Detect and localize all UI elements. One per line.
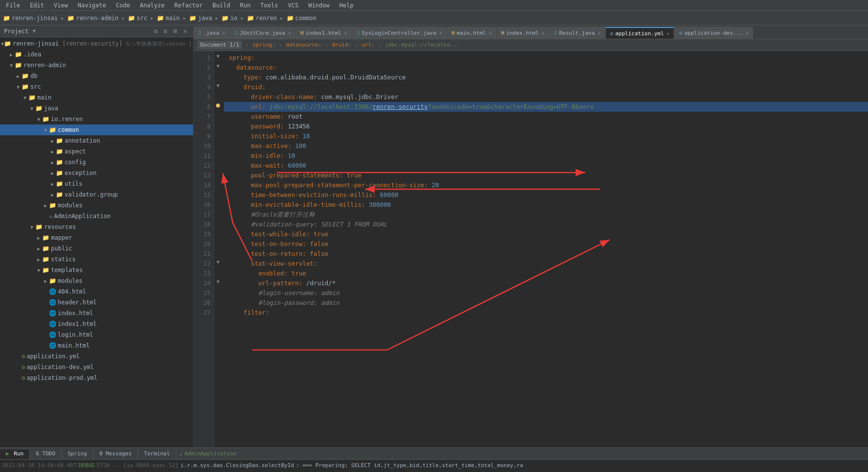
menu-file[interactable]: File — [4, 1, 22, 10]
menu-window[interactable]: Window — [306, 1, 331, 10]
menu-navigate[interactable]: Navigate — [76, 1, 108, 10]
tree-404[interactable]: 🌐 404.html — [0, 286, 193, 297]
tree-application-dev-yml[interactable]: ⚙ application-dev.yml — [0, 362, 193, 373]
breadcrumb-io[interactable]: 📁 io — [221, 15, 237, 22]
tree-index-html[interactable]: 🌐 index.html — [0, 308, 193, 319]
tab-syslogin[interactable]: J SysLoginController.java ✕ — [352, 27, 447, 39]
code-line-14: max-pool-prepared-statement-per-connecti… — [224, 180, 868, 190]
tree-login-html[interactable]: 🌐 login.html — [0, 329, 193, 340]
close-tab-application-yml[interactable]: ✕ — [667, 31, 670, 36]
menu-analyze[interactable]: Analyze — [138, 1, 167, 10]
menu-code[interactable]: Code — [114, 1, 132, 10]
line-numbers: 1 2 3 4 5 6 7 8 9 10 11 12 13 14 15 16 1 — [193, 51, 214, 447]
close-panel-icon[interactable]: ✕ — [181, 27, 189, 35]
close-tab-application-dev[interactable]: ✕ — [746, 30, 748, 36]
menu-run[interactable]: Run — [238, 1, 253, 10]
tree-application-prod-yml[interactable]: ⚙ application-prod.yml — [0, 373, 193, 383]
menu-refactor[interactable]: Refactor — [172, 1, 205, 10]
close-tab-result[interactable]: ✕ — [598, 30, 601, 36]
tab-application-dev[interactable]: ⚙ application-dev... ✕ — [675, 27, 753, 39]
code-line-7: username: root — [224, 112, 868, 122]
tree-io-renren[interactable]: ▼ 📁 io.renren — [0, 114, 193, 124]
code-line-24: url-pattern: /druid/* — [224, 278, 868, 288]
code-line-3: type: com.alibaba.druid.pool.DruidDataSo… — [224, 73, 868, 82]
bottom-tab-todo[interactable]: 6 TODO — [30, 449, 62, 459]
code-line-21: test-on-return: false — [224, 249, 868, 259]
tree-statics[interactable]: ▶ 📁 statics — [0, 254, 193, 265]
tree-modules-inner[interactable]: ▶ 📁 modules — [0, 200, 193, 211]
menu-view[interactable]: View — [52, 1, 70, 10]
tree-renren-admin[interactable]: ▼ 📁 renren-admin — [0, 60, 193, 71]
code-line-2: datasource: — [224, 63, 868, 73]
tree-config[interactable]: ▶ 📁 config — [0, 157, 193, 168]
tree-templates[interactable]: ▼ 📁 templates — [0, 265, 193, 275]
tabs-bar: J .java ✕ J JUnitCore.java ✕ H index1.ht… — [193, 25, 868, 39]
breadcrumb-common[interactable]: 📁 common — [287, 15, 316, 22]
tab-application-yml[interactable]: ⚙ application.yml ✕ — [605, 27, 674, 39]
menu-edit[interactable]: Edit — [28, 1, 46, 10]
tab-junit[interactable]: J JUnitCore.java ✕ — [230, 27, 295, 39]
breadcrumb-main[interactable]: 📁 main — [157, 15, 180, 22]
bottom-tab-spring[interactable]: Spring — [62, 449, 94, 459]
tab-index1[interactable]: H index1.html ✕ — [296, 27, 352, 39]
code-line-12: max-wait: 60000 — [224, 161, 868, 171]
breadcrumb-java[interactable]: 📁 java — [189, 15, 212, 22]
tree-validator-group[interactable]: ▶ 📁 validator.group — [0, 189, 193, 200]
tree-src[interactable]: ▼ 📁 src — [0, 81, 193, 92]
close-tab-main-html[interactable]: ✕ — [489, 30, 492, 36]
tree-templates-modules[interactable]: ▶ 📁 modules — [0, 275, 193, 286]
close-tab-index-html[interactable]: ✕ — [542, 30, 545, 36]
tree-idea[interactable]: ▶ 📁 .idea — [0, 49, 193, 60]
close-tab-junit[interactable]: ✕ — [288, 30, 291, 36]
close-tab-java[interactable]: ✕ — [222, 30, 225, 36]
tree-header-html[interactable]: 🌐 header.html — [0, 297, 193, 308]
code-line-18: #validation-query: SELECT 1 FROM DUAL — [224, 220, 868, 229]
menu-build[interactable]: Build — [211, 1, 232, 10]
code-line-16: min-evictable-idle-time-millis: 300000 — [224, 200, 868, 210]
sync-icon[interactable]: ⚙ — [152, 27, 160, 35]
tab-index-html[interactable]: H index.html ✕ — [497, 27, 549, 39]
tree-utils[interactable]: ▶ 📁 utils — [0, 178, 193, 189]
file-tree: ▼ 📁 renren-jinsai [renren-security] G:\李… — [0, 37, 193, 447]
tree-java[interactable]: ▼ 📁 java — [0, 103, 193, 114]
tree-root[interactable]: ▼ 📁 renren-jinsai [renren-security] G:\李… — [0, 38, 193, 49]
bottom-tab-run[interactable]: ▶ Run — [0, 449, 30, 459]
tree-aspect[interactable]: ▶ 📁 aspect — [0, 146, 193, 157]
close-tab-index1[interactable]: ✕ — [344, 30, 347, 36]
tree-main-html[interactable]: 🌐 main.html — [0, 340, 193, 351]
project-panel: Project ▼ ⚙ ≡ ⊞ ✕ ▼ 📁 renren-jinsai [ren… — [0, 25, 193, 447]
tree-exception[interactable]: ▶ 📁 exception — [0, 168, 193, 178]
tree-common[interactable]: ▼ 📁 common — [0, 124, 193, 135]
bottom-tab-messages[interactable]: 0 Messages — [94, 449, 138, 459]
breadcrumb-renren-jinsai[interactable]: 📁 renren-jinsai — [3, 15, 58, 22]
menu-help[interactable]: Help — [338, 1, 356, 10]
bottom-tabs: ▶ Run 6 TODO Spring 0 Messages Terminal … — [0, 448, 868, 460]
settings-icon[interactable]: ≡ — [162, 27, 169, 35]
tab-result[interactable]: J Result.java ✕ — [550, 27, 605, 39]
tree-db[interactable]: ▶ 📁 db — [0, 71, 193, 81]
tree-main[interactable]: ▼ 📁 main — [0, 92, 193, 103]
breadcrumb-renren-admin[interactable]: 📁 renren-admin — [67, 15, 119, 22]
tree-resources[interactable]: ▼ 📁 resources — [0, 222, 193, 232]
tree-application-yml[interactable]: ⚙ application.yml — [0, 351, 193, 362]
bottom-tab-terminal[interactable]: Terminal — [138, 449, 176, 459]
expand-icon[interactable]: ⊞ — [171, 27, 179, 35]
tree-public[interactable]: ▶ 📁 public — [0, 243, 193, 254]
breadcrumb-renren[interactable]: 📁 renren — [247, 15, 277, 22]
tree-index1-html[interactable]: 🌐 index1.html — [0, 319, 193, 329]
breadcrumb-src[interactable]: 📁 src — [128, 15, 147, 22]
toolbar: 📁 renren-jinsai ▸ 📁 renren-admin ▸ 📁 src… — [0, 11, 868, 25]
menu-vcs[interactable]: VCS — [286, 1, 301, 10]
menu-tools[interactable]: Tools — [259, 1, 280, 10]
tab-java[interactable]: J .java ✕ — [193, 27, 230, 39]
tree-admin-application[interactable]: ☕ AdminApplication — [0, 211, 193, 222]
code-line-11: min-idle: 10 — [224, 151, 868, 161]
panel-icons: ⚙ ≡ ⊞ ✕ — [152, 27, 189, 35]
tab-main-html[interactable]: H main.html ✕ — [447, 27, 496, 39]
code-line-8: password: 123456 — [224, 122, 868, 131]
code-line-26: #login-password: admin — [224, 298, 868, 308]
close-tab-syslogin[interactable]: ✕ — [439, 30, 442, 36]
tree-mapper[interactable]: ▶ 📁 mapper — [0, 232, 193, 243]
tree-annotation[interactable]: ▶ 📁 annotation — [0, 135, 193, 146]
code-content[interactable]: spring: datasource: type: com.alibaba.dr… — [224, 51, 868, 447]
